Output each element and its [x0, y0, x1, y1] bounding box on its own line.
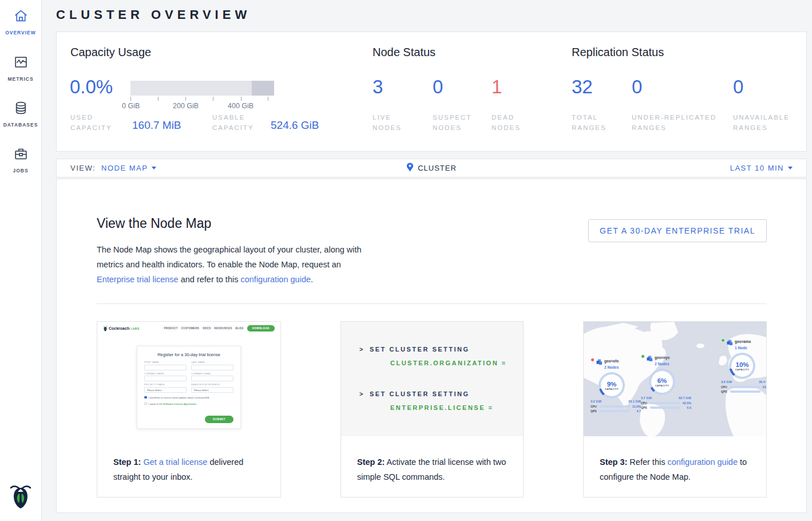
configuration-guide-link[interactable]: configuration guide — [667, 457, 738, 467]
mini-form-title: Register for a 30-day trial license — [144, 352, 233, 357]
chevron-down-icon — [788, 167, 793, 169]
mini-input — [191, 376, 233, 381]
sql-command: SET CLUSTER SETTING — [370, 346, 470, 353]
chevron-down-icon — [152, 167, 156, 169]
total-ranges-label: TOTAL — [572, 112, 607, 123]
enterprise-trial-button[interactable]: GET A 30-DAY ENTERPRISE TRIAL — [588, 219, 767, 242]
view-mode-value: NODE MAP — [101, 164, 148, 172]
node-status-title: Node Status — [373, 46, 435, 59]
cpu-sparkline — [600, 405, 630, 408]
node-map-heading: View the Node Map — [97, 216, 211, 231]
qps-value: 4.4 — [762, 390, 766, 393]
sql-argument: ENTERPRISE.LICENSE = — [390, 404, 494, 411]
step3-caption: Step 3: Refer this configuration guide t… — [600, 455, 756, 484]
cpu-sparkline — [730, 386, 760, 388]
get-trial-license-link[interactable]: Get a trial license — [143, 457, 207, 467]
step1-card: Cockroach LABS PRODUCT CUSTOMERS DOCS RE… — [97, 321, 281, 498]
total-ranges-label: RANGES — [572, 123, 607, 133]
enterprise-trial-license-link[interactable]: Enterprise trial license — [97, 275, 179, 284]
sidebar-item-label: METRICS — [0, 76, 41, 82]
mini-field-label: COMPANY EMAIL — [191, 373, 233, 375]
briefcase-icon — [13, 153, 29, 163]
node-status-live-icon — [721, 338, 725, 342]
unavailable-ranges-label: RANGES — [733, 123, 790, 133]
sql-command: SET CLUSTER SETTING — [370, 390, 470, 397]
node-cube-icon — [727, 338, 733, 348]
mini-nav-link: PRODUCT — [164, 327, 177, 330]
cpu-sparkline — [650, 402, 680, 404]
view-mode-dropdown[interactable]: NODE MAP — [101, 164, 156, 172]
unavailable-ranges-label: UNAVAILABLE — [733, 112, 790, 123]
dead-nodes-count: 1 — [492, 76, 502, 98]
mini-input — [144, 376, 187, 381]
axis-tick — [213, 97, 213, 101]
mini-nav-link: RESOURCES — [214, 327, 232, 330]
description-text: The Node Map shows the geographical layo… — [97, 245, 362, 269]
sidebar-item-jobs[interactable]: JOBS — [0, 146, 41, 173]
axis-tick — [241, 97, 241, 101]
node-count: 2 Nodes — [655, 362, 669, 366]
capacity-used-percent: 0.0% — [70, 76, 113, 98]
suspect-nodes-label: SUSPECT — [433, 112, 472, 123]
dead-nodes-label: DEAD — [492, 112, 521, 123]
mini-license-link: Software License Agreement. — [163, 402, 197, 405]
live-nodes-count: 3 — [373, 76, 383, 98]
view-label: VIEW: — [70, 164, 96, 172]
mini-download-button: DOWNLOAD — [247, 325, 275, 331]
qps-sparkline — [600, 410, 630, 412]
mini-checkbox — [144, 402, 147, 405]
mini-field-label: COMPANY NAME — [144, 373, 187, 375]
axis-tick — [158, 97, 159, 101]
usable-capacity-value: 524.6 GiB — [271, 119, 319, 132]
step2-card: >SET CLUSTER SETTING CLUSTER.ORGANIZATIO… — [340, 321, 524, 498]
mini-field-label: FIRST NAME — [144, 361, 187, 364]
mini-nav-link: BLOG — [236, 327, 244, 330]
cockroachdb-logo — [0, 482, 41, 512]
used-capacity-value: 160.7 MiB — [132, 119, 181, 132]
location-pin-icon — [406, 163, 414, 174]
sql-argument: CLUSTER.ORGANIZATION = — [390, 360, 507, 366]
view-bar: VIEW: NODE MAP CLUSTER LAST 10 MIN — [56, 159, 807, 177]
page-title: CLUSTER OVERVIEW — [56, 7, 251, 22]
replication-status-title: Replication Status — [572, 46, 664, 59]
map-node-nyc: geo=nyc 2 Nodes 6% CAPACITY 3.7 GiB 63.7… — [641, 354, 696, 409]
node-cube-icon — [596, 357, 603, 368]
sidebar-item-label: DATABASES — [0, 122, 41, 128]
configuration-guide-link[interactable]: configuration guide — [240, 275, 311, 284]
capacity-used: 3.7 GiB — [641, 396, 652, 400]
sidebar: OVERVIEW METRICS DATABASES JOBS — [0, 0, 42, 521]
time-range-dropdown[interactable]: LAST 10 MIN — [730, 164, 793, 172]
mini-field-label: PROJECT PHASE — [144, 384, 187, 386]
cluster-summary-panel: Capacity Usage 0.0% 0 GiB 200 GiB 400 Gi… — [56, 31, 807, 152]
capacity-usage-title: Capacity Usage — [70, 46, 151, 59]
capacity-gauge: 10% CAPACITY — [729, 353, 755, 379]
trial-registration-screenshot: Cockroach LABS PRODUCT CUSTOMERS DOCS RE… — [97, 322, 280, 442]
sql-code-block: >SET CLUSTER SETTING CLUSTER.ORGANIZATIO… — [341, 322, 523, 436]
cpu-value: 53.3% — [762, 385, 766, 389]
capacity-percent: 9% — [607, 381, 617, 388]
capacity-total: 33.1 GiB — [628, 400, 641, 403]
axis-tick — [130, 97, 131, 101]
node-count: 2 Nodes — [604, 365, 619, 369]
qps-sparkline — [730, 390, 760, 393]
capacity-total: 36.4 GiB — [759, 380, 766, 384]
sql-prompt: > — [359, 346, 365, 353]
mini-checkbox-checked — [144, 396, 147, 399]
node-map-preview: geo=sfo 2 Nodes 9% CAPACITY 3.2 GiB 33.1… — [584, 322, 766, 436]
step1-caption: Step 1: Get a trial license delivered st… — [113, 455, 270, 484]
locality-name: geo=sfo — [604, 359, 619, 363]
capacity-usage-bar — [130, 81, 274, 96]
total-ranges-count: 32 — [572, 76, 593, 98]
metrics-chart-icon — [13, 62, 29, 72]
step2-caption: Step 2: Activate the trial license with … — [357, 455, 513, 484]
sidebar-item-databases[interactable]: DATABASES — [0, 100, 41, 128]
capacity-used: 3.2 GiB — [591, 400, 601, 403]
home-icon — [13, 15, 29, 25]
under-replicated-ranges-label: UNDER-REPLICATED — [632, 112, 716, 123]
sidebar-item-overview[interactable]: OVERVIEW — [0, 8, 41, 35]
axis-tick-label: 200 GiB — [173, 102, 199, 110]
sidebar-item-label: OVERVIEW — [0, 30, 41, 35]
locality-breadcrumb: CLUSTER — [418, 164, 457, 172]
node-map-description: The Node Map shows the geographical layo… — [97, 242, 370, 287]
sidebar-item-metrics[interactable]: METRICS — [0, 54, 41, 82]
